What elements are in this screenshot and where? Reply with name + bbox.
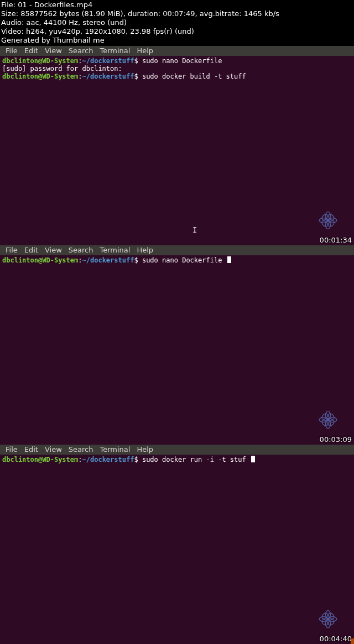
terminal-line: dbclinton@WD-System:~/dockerstuff$ sudo … (2, 73, 352, 80)
terminal-body[interactable]: dbclinton@WD-System:~/dockerstuff$ sudo … (0, 455, 354, 465)
menu-search[interactable]: Search (65, 445, 97, 455)
terminal-body[interactable]: dbclinton@WD-System:~/dockerstuff$ sudo … (0, 56, 354, 81)
audio-line: Audio: aac, 44100 Hz, stereo (und) (1, 18, 353, 27)
menu-edit[interactable]: Edit (21, 445, 41, 455)
terminal-line: dbclinton@WD-System:~/dockerstuff$ sudo … (2, 256, 352, 264)
menu-help[interactable]: Help (133, 445, 157, 455)
menu-edit[interactable]: Edit (21, 46, 41, 56)
frame-timestamp: 00:01:34 (320, 236, 352, 244)
menu-terminal[interactable]: Terminal (96, 445, 133, 455)
menu-help[interactable]: Help (133, 46, 157, 56)
watermark-flower-icon (319, 410, 337, 429)
menu-file[interactable]: File (2, 445, 21, 455)
terminal-line: dbclinton@WD-System:~/dockerstuff$ sudo … (2, 57, 352, 65)
menu-search[interactable]: Search (65, 245, 97, 255)
terminal-body[interactable]: dbclinton@WD-System:~/dockerstuff$ sudo … (0, 255, 354, 265)
watermark-flower-icon (319, 211, 337, 230)
svg-point-17 (327, 419, 329, 421)
scrollbar-track[interactable] (351, 45, 354, 644)
menu-help[interactable]: Help (133, 245, 157, 255)
mouse-text-cursor-icon: I (192, 225, 197, 234)
menu-file[interactable]: File (2, 46, 21, 56)
terminal-menubar: File Edit View Search Terminal Help (0, 46, 354, 56)
terminal-cursor-icon (227, 256, 231, 263)
frame-timestamp: 00:03:09 (320, 435, 352, 444)
thumbnail-grid: File Edit View Search Terminal Help dbcl… (0, 46, 354, 644)
svg-point-26 (327, 618, 329, 620)
terminal-menubar: File Edit View Search Terminal Help (0, 245, 354, 255)
svg-point-8 (327, 219, 329, 221)
terminal-menubar: File Edit View Search Terminal Help (0, 445, 354, 455)
menu-view[interactable]: View (41, 245, 65, 255)
menu-view[interactable]: View (41, 46, 65, 56)
terminal-cursor-icon (251, 456, 255, 462)
frame-timestamp: 00:04:40 (320, 635, 352, 643)
vertical-scrollbar[interactable] (351, 45, 354, 644)
size-line: Size: 85877562 bytes (81.90 MiB), durati… (1, 9, 353, 18)
menu-file[interactable]: File (2, 245, 21, 255)
scrollbar-down-arrow-icon[interactable] (351, 638, 354, 644)
menu-view[interactable]: View (41, 445, 65, 455)
menu-edit[interactable]: Edit (21, 245, 41, 255)
file-line: File: 01 - Dockerfiles.mp4 (1, 1, 353, 9)
menu-terminal[interactable]: Terminal (96, 46, 133, 56)
video-line: Video: h264, yuv420p, 1920x1080, 23.98 f… (1, 27, 353, 36)
generated-line: Generated by Thumbnail me (1, 36, 353, 45)
watermark-flower-icon (319, 610, 337, 628)
thumbnail-frame: File Edit View Search Terminal Help dbcl… (0, 445, 354, 644)
thumbnail-frame: File Edit View Search Terminal Help dbcl… (0, 46, 354, 245)
thumbnail-frame: File Edit View Search Terminal Help dbcl… (0, 245, 354, 445)
terminal-line: dbclinton@WD-System:~/dockerstuff$ sudo … (2, 456, 352, 463)
file-info-header: File: 01 - Dockerfiles.mp4 Size: 8587756… (0, 0, 354, 46)
menu-search[interactable]: Search (65, 46, 97, 56)
menu-terminal[interactable]: Terminal (96, 245, 133, 255)
terminal-line: [sudo] password for dbclinton: (2, 65, 352, 73)
